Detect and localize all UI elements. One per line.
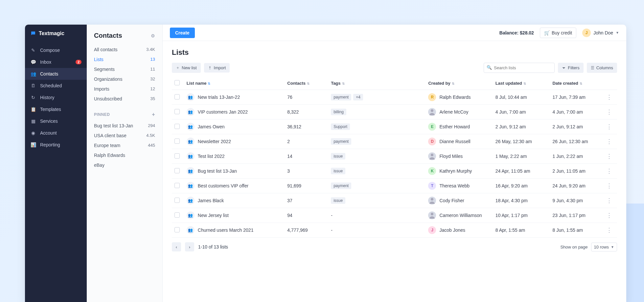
nav-item-inbox[interactable]: 💬Inbox2: [25, 56, 87, 68]
chevron-down-icon: ▼: [611, 245, 614, 249]
avatar: D: [428, 138, 436, 145]
tag: payment: [331, 94, 351, 100]
pinned-item[interactable]: eBay: [87, 160, 162, 170]
creator-name: Theresa Webb: [439, 183, 470, 188]
col-createdby[interactable]: Created by⇅: [426, 77, 493, 90]
nav-item-templates[interactable]: 📋Templates: [25, 103, 87, 115]
table-row[interactable]: 👥New Jersey list 94 - Cameron Williamson…: [172, 208, 617, 223]
buy-credit-button[interactable]: 🛒 Buy credit: [540, 28, 576, 38]
row-actions-button[interactable]: ⋮: [606, 168, 612, 174]
sub-item-all-contacts[interactable]: All contacts3.4K: [87, 45, 162, 54]
sub-item-label: Organizations: [94, 76, 122, 82]
table-row[interactable]: 👥VIP customers Jan 2022 8,322 billing Ar…: [172, 105, 617, 119]
row-checkbox[interactable]: [174, 109, 180, 114]
tag: payment: [331, 183, 351, 189]
row-actions-button[interactable]: ⋮: [606, 109, 612, 115]
sub-item-organizations[interactable]: Organizations32: [87, 74, 162, 84]
pinned-item[interactable]: Bug test list 13-Jan294: [87, 121, 162, 131]
table-row[interactable]: 👥James Black 37 issue Cody Fisher 18 Apr…: [172, 193, 617, 208]
nav-item-account[interactable]: ◉Account: [25, 127, 87, 139]
table-row[interactable]: 👥Newsletter 2022 2 payment DDianne Russe…: [172, 134, 617, 149]
row-actions-button[interactable]: ⋮: [606, 197, 612, 204]
contacts-subpanel: Contacts ⚙ All contacts3.4KLists13Segmen…: [87, 25, 163, 302]
sub-item-count: 32: [150, 76, 155, 82]
table-row[interactable]: 👥New trials 13-Jan-22 76 payment+4 RRalp…: [172, 90, 617, 105]
row-checkbox[interactable]: [174, 212, 180, 218]
nav-item-services[interactable]: ▦Services: [25, 115, 87, 127]
nav-item-scheduled[interactable]: 🗓Scheduled: [25, 80, 87, 92]
avatar: [428, 108, 436, 116]
sub-item-segments[interactable]: Segments11: [87, 64, 162, 74]
select-all-checkbox[interactable]: [174, 80, 180, 85]
tag: issue: [331, 197, 345, 204]
account-icon: ◉: [30, 130, 36, 136]
table-row[interactable]: 👥Bug test list 13-Jan 3 issue KKathryn M…: [172, 164, 617, 179]
row-checkbox[interactable]: [174, 153, 180, 159]
nav-item-contacts[interactable]: 👥Contacts: [25, 68, 87, 80]
nav-item-history[interactable]: ↻History: [25, 92, 87, 103]
table-row[interactable]: 👥Test list 2022 14 issue Floyd Miles 1 M…: [172, 149, 617, 164]
group-icon: 👥: [187, 93, 195, 101]
sub-item-label: Unsubscribed: [94, 96, 122, 101]
pinned-item[interactable]: Europe team445: [87, 140, 162, 150]
history-icon: ↻: [30, 95, 36, 100]
columns-button[interactable]: ☰Columns: [587, 63, 617, 73]
nav-item-reporting[interactable]: 📊Reporting: [25, 139, 87, 151]
row-checkbox[interactable]: [174, 198, 180, 203]
row-checkbox[interactable]: [174, 168, 180, 173]
table-row[interactable]: 👥James Owen 36,912 Support EEsther Howar…: [172, 119, 617, 134]
sub-item-imports[interactable]: Imports12: [87, 84, 162, 94]
row-actions-button[interactable]: ⋮: [606, 123, 612, 130]
col-created[interactable]: Date created⇅: [550, 77, 604, 90]
pagination: ‹ › 1-10 of 13 lists Show on page 10 row…: [172, 238, 617, 256]
group-icon: 👥: [187, 152, 195, 160]
row-actions-button[interactable]: ⋮: [606, 153, 612, 160]
list-name: VIP customers Jan 2022: [198, 109, 248, 115]
row-checkbox[interactable]: [174, 183, 180, 188]
row-checkbox[interactable]: [174, 227, 180, 232]
pinned-item[interactable]: USA client base4.5K: [87, 131, 162, 140]
pinned-item[interactable]: Ralph Edwards: [87, 150, 162, 160]
rows-per-page-select[interactable]: 10 rows ▼: [591, 243, 617, 251]
row-actions-button[interactable]: ⋮: [606, 227, 612, 233]
creator-cell: Cody Fisher: [428, 197, 490, 205]
col-listname[interactable]: List name⇅: [184, 77, 285, 90]
row-actions-button[interactable]: ⋮: [606, 94, 612, 100]
pinned-label: Ralph Edwards: [94, 153, 125, 158]
prev-page-button[interactable]: ‹: [172, 242, 181, 251]
add-pinned-button[interactable]: +: [152, 112, 155, 118]
sub-item-unsubscribed[interactable]: Unsubscribed35: [87, 94, 162, 104]
row-checkbox[interactable]: [174, 94, 180, 99]
tags-cell: issue: [328, 149, 426, 164]
col-tags[interactable]: Tags⇅: [328, 77, 426, 90]
create-button[interactable]: Create: [170, 28, 195, 38]
next-page-button[interactable]: ›: [185, 242, 194, 251]
contacts-count: 76: [285, 90, 328, 105]
main-sidebar: Textmagic ✎Compose💬Inbox2👥Contacts🗓Sched…: [25, 25, 87, 302]
pinned-header: PINNED: [94, 112, 110, 117]
filters-button[interactable]: ⏷Filters: [558, 63, 583, 73]
table-row[interactable]: 👥Churned users March 2021 4,777,969 - JJ…: [172, 223, 617, 238]
nav-item-compose[interactable]: ✎Compose: [25, 44, 87, 56]
row-actions-button[interactable]: ⋮: [606, 212, 612, 219]
row-checkbox[interactable]: [174, 124, 180, 129]
import-button[interactable]: ⭱Import: [204, 63, 230, 73]
filters-label: Filters: [568, 65, 579, 70]
contacts-icon: 👥: [30, 71, 36, 76]
sub-item-lists[interactable]: Lists13: [87, 54, 162, 64]
columns-label: Columns: [596, 65, 613, 70]
col-updated[interactable]: Last updated⇅: [493, 77, 550, 90]
table-row[interactable]: 👥Best customers VIP offer 91,699 payment…: [172, 179, 617, 193]
col-contacts[interactable]: Contacts⇅: [285, 77, 328, 90]
templates-icon: 📋: [30, 107, 36, 112]
row-actions-button[interactable]: ⋮: [606, 183, 612, 189]
new-list-button[interactable]: ＋New list: [172, 63, 201, 73]
search-input[interactable]: [484, 63, 555, 73]
contacts-count: 36,912: [285, 119, 328, 134]
group-icon: 👥: [187, 226, 195, 234]
gear-icon[interactable]: ⚙: [151, 33, 155, 38]
contacts-count: 37: [285, 193, 328, 208]
row-actions-button[interactable]: ⋮: [606, 138, 612, 145]
user-menu[interactable]: J John Doe ▼: [582, 29, 619, 37]
row-checkbox[interactable]: [174, 139, 180, 144]
